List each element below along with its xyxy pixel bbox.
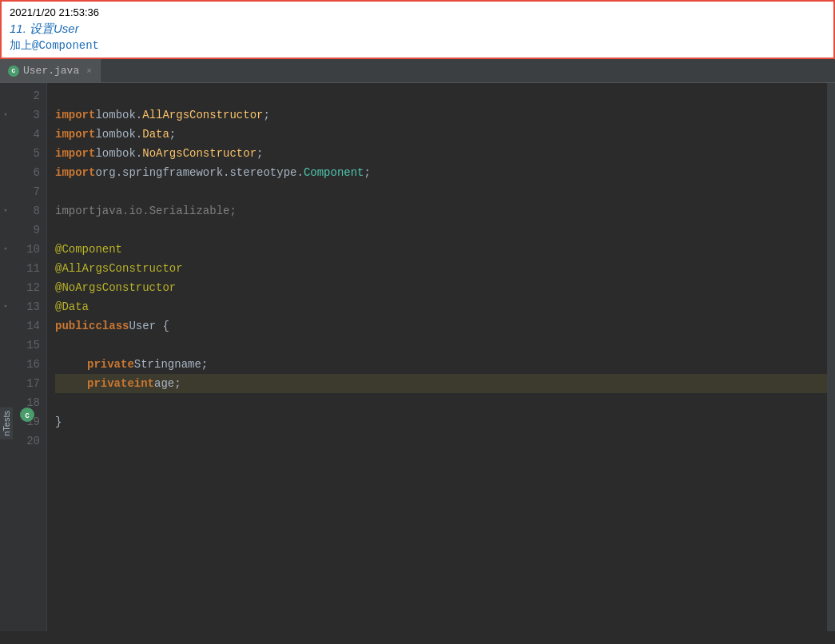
pkg-lombok-4: lombok.	[95, 125, 142, 144]
code-line-17: private int age;	[55, 374, 827, 393]
keyword-private-17: private	[87, 374, 134, 393]
class-noargs: NoArgsConstructor	[142, 144, 256, 163]
pkg-lombok-3: lombok.	[95, 105, 142, 125]
gutter-line-13[interactable]: ▾	[0, 297, 11, 316]
classname-user: User {	[129, 316, 169, 336]
gutter-line-9	[0, 221, 11, 240]
gutter-line-8[interactable]: ▾	[0, 201, 11, 221]
keyword-import-6: import	[55, 163, 95, 182]
annotation-noargs: @NoArgsConstructor	[55, 278, 176, 297]
line-num-14: 14	[14, 316, 40, 336]
annotation-line1: 11. 设置User	[10, 22, 825, 37]
annotation-line2: 加上@Component	[10, 38, 825, 53]
gutter-line-3[interactable]: ▾	[0, 105, 11, 125]
field-age: age;	[154, 374, 181, 393]
gutter-line-16	[0, 355, 11, 374]
code-line-9	[55, 221, 827, 240]
semi-5: ;	[256, 144, 263, 163]
gutter-line-15	[0, 336, 11, 355]
code-line-7	[55, 182, 827, 201]
line-num-11: 11	[14, 259, 40, 278]
side-c-icon: c	[20, 407, 34, 422]
fold-arrow-8[interactable]: ▾	[3, 201, 7, 221]
gutter-line-11	[0, 259, 11, 278]
code-line-19: }	[55, 412, 827, 431]
pkg-lombok-5: lombok.	[95, 144, 142, 163]
code-line-16: private String name;	[55, 355, 827, 374]
tab-user-java[interactable]: c User.java ×	[0, 59, 101, 82]
keyword-import-5: import	[55, 144, 95, 163]
editor-area: ▾ ▾ ▾ ▾ 2 3 4 5 6 7 8 9 10 11 12 13 14 1…	[0, 83, 835, 631]
code-line-5: import lombok. NoArgsConstructor ;	[55, 144, 827, 163]
gutter-line-10[interactable]: ▾	[0, 240, 11, 259]
code-line-2	[55, 86, 827, 105]
line-num-8: 8	[14, 201, 40, 221]
annotation-component: @Component	[55, 240, 122, 259]
keyword-import-4: import	[55, 125, 95, 144]
line-num-13: 13	[14, 297, 40, 316]
pkg-spring-6: org.springframework.stereotype.	[95, 163, 303, 182]
code-line-14: public class User {	[55, 316, 827, 336]
line-numbers: 2 3 4 5 6 7 8 9 10 11 12 13 14 15 16 17 …	[11, 83, 47, 631]
line-num-4: 4	[14, 125, 40, 144]
code-line-11: @AllArgsConstructor	[55, 259, 827, 278]
gutter-line-2	[0, 86, 11, 105]
line-num-16: 16	[14, 355, 40, 374]
fold-arrow-10[interactable]: ▾	[3, 240, 7, 259]
code-line-20	[55, 431, 827, 451]
fold-arrow-13[interactable]: ▾	[3, 297, 7, 316]
gutter-line-14	[0, 316, 11, 336]
scrollbar-track[interactable]	[827, 83, 835, 631]
gutter-line-7	[0, 182, 11, 201]
semi-3: ;	[263, 105, 269, 125]
keyword-public: public	[55, 316, 95, 336]
line-num-6: 6	[14, 163, 40, 182]
line-num-2: 2	[14, 86, 40, 105]
class-data: Data	[142, 125, 169, 144]
code-line-18	[55, 393, 827, 412]
class-allargs: AllArgsConstructor	[142, 105, 263, 125]
line-num-3: 3	[14, 105, 40, 125]
class-component-import: Component	[304, 163, 364, 182]
code-line-12: @NoArgsConstructor	[55, 278, 827, 297]
line-num-12: 12	[14, 278, 40, 297]
fold-arrow-3[interactable]: ▾	[3, 105, 7, 125]
annotation-allargs: @AllArgsConstructor	[55, 259, 183, 278]
code-line-4: import lombok. Data ;	[55, 125, 827, 144]
line-num-7: 7	[14, 182, 40, 201]
code-line-8: import java.io.Serializable;	[55, 201, 827, 221]
keyword-import-3: import	[55, 105, 95, 125]
annotation-data: @Data	[55, 297, 89, 316]
code-line-10: @Component	[55, 240, 827, 259]
code-content[interactable]: import lombok. AllArgsConstructor ; impo…	[47, 83, 827, 631]
code-line-15	[55, 336, 827, 355]
type-string: String	[134, 355, 174, 374]
gutter-line-12	[0, 278, 11, 297]
line-num-15: 15	[14, 336, 40, 355]
line-num-10: 10	[14, 240, 40, 259]
keyword-class: class	[95, 316, 129, 336]
fold-gutter: ▾ ▾ ▾ ▾	[0, 83, 11, 631]
tab-close-button[interactable]: ×	[86, 66, 92, 76]
gutter-line-5	[0, 144, 11, 163]
line-num-5: 5	[14, 144, 40, 163]
line-num-9: 9	[14, 221, 40, 240]
code-line-6: import org.springframework.stereotype. C…	[55, 163, 827, 182]
pkg-java-8: java.io.Serializable;	[95, 201, 236, 221]
code-line-3: import lombok. AllArgsConstructor ;	[55, 105, 827, 125]
type-int: int	[134, 374, 154, 393]
gutter-line-4	[0, 125, 11, 144]
tab-bar: c User.java ×	[0, 59, 835, 83]
annotation-timestamp: 2021/1/20 21:53:36	[10, 6, 825, 18]
line-num-17: 17	[14, 374, 40, 393]
field-name: name;	[174, 355, 208, 374]
gutter-line-17	[0, 374, 11, 393]
tab-label: User.java	[23, 65, 79, 77]
side-label-ntests: nTests	[0, 407, 13, 439]
code-line-13: @Data	[55, 297, 827, 316]
import-dim-8: import	[55, 201, 95, 221]
keyword-private-16: private	[87, 355, 134, 374]
tab-file-icon: c	[8, 66, 19, 77]
annotation-overlay: 2021/1/20 21:53:36 11. 设置User 加上@Compone…	[0, 0, 835, 59]
semi-4: ;	[169, 125, 176, 144]
